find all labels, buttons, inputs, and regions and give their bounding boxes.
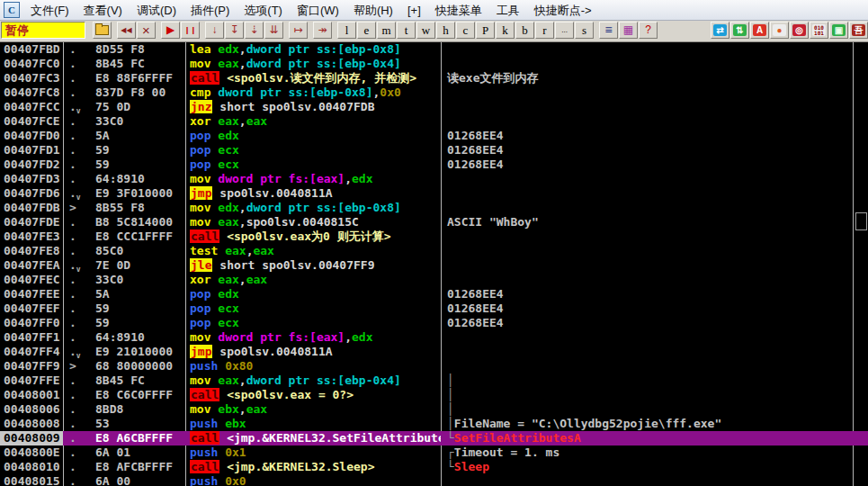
plugin-dot-button[interactable]: ● bbox=[770, 22, 789, 39]
window-menu[interactable]: 窗口(W) bbox=[290, 1, 346, 20]
plugin-swap-button[interactable]: ⇄ bbox=[711, 22, 729, 39]
flag-cell: . bbox=[63, 446, 93, 460]
disasm-row[interactable]: 00407FEF.59pop ecx01268EE4 bbox=[0, 302, 868, 316]
hex-bytes-cell: 64:8910 bbox=[93, 330, 185, 345]
call-stack-window-button[interactable]: k bbox=[496, 22, 515, 39]
memory-window-button[interactable]: m bbox=[377, 22, 396, 39]
plus-menu[interactable]: [+] bbox=[400, 1, 428, 20]
disasm-row[interactable]: 00407FDE.B8 5C814000mov eax,spo0lsv.0040… bbox=[0, 215, 868, 230]
plugin-window-button[interactable]: ▣ bbox=[829, 22, 848, 39]
instruction-cell: pop ecx bbox=[185, 143, 441, 158]
disasm-row[interactable]: 00407FDB>8B55 F8mov edx,dword ptr ss:[eb… bbox=[0, 201, 868, 215]
log-window-button[interactable]: l bbox=[337, 22, 356, 39]
disasm-row[interactable]: 00407FEE.5Apop edx01268EE4 bbox=[0, 287, 868, 302]
file-menu[interactable]: 文件(F) bbox=[23, 1, 76, 20]
disasm-row[interactable]: 00407FEC.33C0xor eax,eax bbox=[0, 273, 868, 287]
execute-till-return-button[interactable]: ↦ bbox=[289, 22, 308, 39]
flag-cell: . bbox=[63, 42, 93, 57]
close-button[interactable]: × bbox=[137, 22, 156, 39]
instruction-cell: pop ecx bbox=[185, 158, 441, 172]
disasm-row[interactable]: 00407FEA.v7E 0Djle short spo0lsv.00407FF… bbox=[0, 258, 868, 273]
disasm-row[interactable]: 00407FE8.85C0test eax,eax bbox=[0, 244, 868, 258]
token-mem: dword ptr ss:[ebp-0x8] bbox=[246, 201, 401, 214]
help-button[interactable]: ? bbox=[639, 22, 658, 39]
disasm-row[interactable]: 0040800E.6A 01push 0x1┌Timeout = 1. ms bbox=[0, 446, 868, 460]
disasm-row[interactable]: 00407FBD.8D55 F8lea edx,dword ptr ss:[eb… bbox=[0, 42, 868, 57]
disasm-row[interactable]: 00407FD0.5Apop edx01268EE4 bbox=[0, 129, 868, 143]
plugin-updown-button[interactable]: ⇅ bbox=[730, 22, 749, 39]
hex-bytes-cell: 68 80000000 bbox=[93, 359, 185, 374]
step-over-button[interactable]: ↧ bbox=[225, 22, 244, 39]
plugin-binary-button[interactable]: 010101 bbox=[810, 22, 828, 39]
animate-into-button[interactable]: ⇣ bbox=[245, 22, 264, 39]
scrollbar-thumb[interactable] bbox=[855, 212, 867, 230]
address-cell: 00407FC8 bbox=[0, 86, 63, 100]
disasm-row[interactable]: 00408006.8BD8mov ebx,eax│ bbox=[0, 402, 868, 417]
open-file-button[interactable] bbox=[93, 22, 112, 39]
shortcut-menu[interactable]: 快捷菜单 bbox=[428, 1, 489, 20]
restart-button[interactable]: ◀◀ bbox=[117, 22, 136, 39]
breakpoints-window-button[interactable]: b bbox=[515, 22, 534, 39]
tile-windows-button[interactable]: ▦ bbox=[619, 22, 638, 39]
disasm-row[interactable]: 00407FCC.v75 0Djnz short spo0lsv.00407FD… bbox=[0, 100, 868, 114]
disasm-row[interactable]: 00407FFE.8B45 FCmov eax,dword ptr ss:[eb… bbox=[0, 374, 868, 388]
plugin-a-button[interactable]: A bbox=[750, 22, 769, 39]
disasm-row[interactable]: 00407FF9>68 80000000push 0x80 bbox=[0, 359, 868, 374]
token-reg: eax bbox=[246, 114, 267, 128]
debug-menu[interactable]: 调试(D) bbox=[130, 1, 183, 20]
references-window-button[interactable]: r bbox=[535, 22, 554, 39]
cpu-window-button[interactable]: c bbox=[456, 22, 475, 39]
open-folder-icon bbox=[95, 25, 109, 35]
animate-over-button[interactable]: ⇊ bbox=[264, 22, 283, 39]
updown-arrows-icon: ⇅ bbox=[733, 24, 747, 36]
plugin-target-button[interactable]: ◎ bbox=[790, 22, 809, 39]
quick-breakpoint-menu[interactable]: 快捷断点-> bbox=[527, 1, 599, 20]
threads-window-button[interactable]: t bbox=[397, 22, 416, 39]
disasm-row[interactable]: 00408008.53push ebx│FileName = "C:\Ollyd… bbox=[0, 417, 868, 431]
flag-cell: . bbox=[63, 86, 93, 100]
disasm-row[interactable]: 00408001.E8 C6C0FFFFcall <spo0lsv.eax = … bbox=[0, 388, 868, 402]
disasm-row[interactable]: 00408010.E8 AFCBFFFFcall <jmp.&KERNEL32.… bbox=[0, 460, 868, 474]
run-trace-window-button[interactable]: ... bbox=[555, 22, 574, 39]
handles-window-button[interactable]: h bbox=[436, 22, 455, 39]
disasm-row[interactable]: 00408015.6A 00push 0x0 bbox=[0, 474, 868, 486]
plugin-52pojie-button[interactable]: 吾 bbox=[849, 22, 868, 39]
disasm-row[interactable]: 00407FD1.59pop ecx01268EE4 bbox=[0, 143, 868, 158]
execute-till-user-button[interactable]: ↠ bbox=[313, 22, 332, 39]
windows-window-button[interactable]: w bbox=[416, 22, 435, 39]
disasm-row[interactable]: 00407FF1.64:8910mov dword ptr fs:[eax],e… bbox=[0, 330, 868, 345]
view-menu[interactable]: 查看(V) bbox=[76, 1, 130, 20]
instruction-cell: jnz short spo0lsv.00407FDB bbox=[185, 100, 441, 114]
flag-cell: . bbox=[63, 388, 93, 402]
disasm-row[interactable]: 00407FC3.E8 88F6FFFFcall <spo0lsv.读文件到内存… bbox=[0, 71, 868, 86]
disasm-row[interactable]: 00407FF0.59pop ecx01268EE4 bbox=[0, 316, 868, 330]
source-window-button[interactable]: s bbox=[575, 22, 594, 39]
disasm-row[interactable]: 00407FD2.59pop ecx01268EE4 bbox=[0, 158, 868, 172]
token-wh bbox=[219, 230, 227, 243]
patches-window-button[interactable]: P bbox=[476, 22, 495, 39]
run-button[interactable]: ▶ bbox=[161, 22, 180, 39]
disasm-row[interactable]: 00407FF4.vE9 21010000jmp spo0lsv.0040811… bbox=[0, 345, 868, 359]
executables-window-button[interactable]: e bbox=[357, 22, 376, 39]
disasm-row[interactable]: 00407FD6.vE9 3F010000jmp spo0lsv.0040811… bbox=[0, 186, 868, 201]
address-cell: 00407FEF bbox=[0, 302, 63, 316]
step-into-button[interactable]: ↓ bbox=[205, 22, 224, 39]
token-mn: mov bbox=[190, 374, 218, 387]
token-reg: eax bbox=[218, 57, 238, 70]
plugins-menu[interactable]: 插件(P) bbox=[183, 1, 237, 20]
comment-cell bbox=[441, 359, 868, 374]
windows-list-button[interactable]: ≡ bbox=[599, 22, 618, 39]
disasm-row[interactable]: 00407FC8.837D F8 00cmp dword ptr ss:[ebp… bbox=[0, 86, 868, 100]
letter-a-icon: A bbox=[753, 24, 766, 36]
disasm-row[interactable]: 00407FC0.8B45 FCmov eax,dword ptr ss:[eb… bbox=[0, 57, 868, 71]
disasm-row[interactable]: 00407FE3.E8 CCC1FFFFcall <spo0lsv.eax为0 … bbox=[0, 230, 868, 244]
options-menu[interactable]: 选项(T) bbox=[237, 1, 290, 20]
disasm-row[interactable]: 00407FD3.64:8910mov dword ptr fs:[eax],e… bbox=[0, 172, 868, 186]
disasm-row-selected[interactable]: 00408009.E8 A6CBFFFFcall <jmp.&KERNEL32.… bbox=[0, 431, 868, 446]
disasm-row[interactable]: 00407FCE.33C0xor eax,eax bbox=[0, 114, 868, 129]
hex-bytes-cell: 59 bbox=[93, 158, 185, 172]
help-menu[interactable]: 帮助(H) bbox=[346, 1, 400, 20]
pause-button[interactable]: ❙❙ bbox=[181, 22, 200, 39]
hex-bytes-cell: 8BD8 bbox=[93, 402, 185, 417]
tools-menu[interactable]: 工具 bbox=[489, 1, 527, 20]
